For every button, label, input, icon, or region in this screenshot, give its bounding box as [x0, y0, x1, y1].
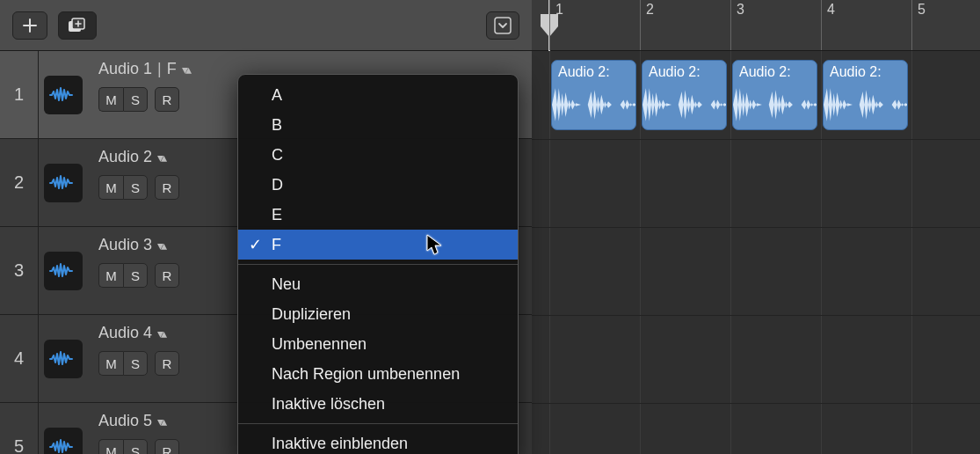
record-enable-button[interactable]: R	[155, 351, 179, 376]
solo-button[interactable]: S	[123, 175, 148, 200]
region-label: Audio 2:	[733, 61, 817, 80]
mute-button[interactable]: M	[98, 87, 123, 112]
duplicate-icon	[68, 18, 87, 33]
track-number: 1	[0, 51, 39, 138]
menu-item-action[interactable]: Neu	[238, 269, 518, 299]
toolbar	[0, 0, 532, 51]
region-label: Audio 2:	[552, 61, 635, 80]
menu-item-alternative[interactable]: B	[238, 110, 518, 140]
arrange-area[interactable]: Audio 2:Audio 2:Audio 2:Audio 2:	[532, 51, 980, 454]
view-dropdown-button[interactable]	[486, 11, 519, 40]
track-icon[interactable]	[39, 403, 88, 454]
record-enable-button[interactable]: R	[155, 439, 179, 454]
menu-item-footer[interactable]: Inaktive einblenden	[238, 428, 518, 454]
record-enable-button[interactable]: R	[155, 87, 179, 112]
track-alternative-selector-icon[interactable]: ▾▴	[157, 326, 164, 340]
region-label: Audio 2:	[824, 61, 907, 80]
track-icon[interactable]	[39, 227, 88, 314]
track-name[interactable]: Audio 2	[98, 148, 152, 166]
track-alternative-selector-icon[interactable]: ▾▴	[182, 62, 189, 77]
audio-region[interactable]: Audio 2:	[823, 60, 908, 130]
track-number: 3	[0, 227, 39, 314]
ruler-tick: 5	[911, 0, 926, 50]
track-icon[interactable]	[39, 139, 88, 226]
menu-item-alternative[interactable]: C	[238, 140, 518, 170]
track-icon[interactable]	[39, 315, 88, 402]
menu-item-alternative[interactable]: D	[238, 170, 518, 200]
solo-button[interactable]: S	[123, 351, 148, 376]
duplicate-track-button[interactable]	[58, 11, 97, 40]
menu-item-action[interactable]: Umbenennen	[238, 329, 518, 359]
record-enable-button[interactable]: R	[155, 175, 179, 200]
region-label: Audio 2:	[642, 61, 726, 80]
solo-button[interactable]: S	[123, 87, 148, 112]
check-icon: ✓	[249, 233, 262, 256]
track-name[interactable]: Audio 4	[98, 324, 152, 342]
mute-button[interactable]: M	[98, 439, 123, 454]
audio-region[interactable]: Audio 2:	[732, 60, 817, 130]
cursor-icon	[426, 234, 444, 257]
ruler-tick: 4	[821, 0, 835, 50]
track-number: 4	[0, 315, 39, 402]
solo-button[interactable]: S	[123, 263, 148, 288]
mute-button[interactable]: M	[98, 351, 123, 376]
ruler-tick: 2	[640, 0, 654, 50]
track-name[interactable]: Audio 3	[98, 236, 152, 254]
plus-icon	[22, 18, 38, 33]
track-alternative-label[interactable]: F	[167, 60, 177, 78]
track-alternative-selector-icon[interactable]: ▾▴	[157, 238, 164, 253]
menu-item-action[interactable]: Duplizieren	[238, 299, 518, 329]
svg-rect-2	[495, 18, 511, 33]
track-name[interactable]: Audio 1	[98, 60, 152, 78]
track-alternatives-menu: ABCDE✓FNeuDuplizierenUmbenennenNach Regi…	[237, 74, 519, 454]
mute-button[interactable]: M	[98, 175, 123, 200]
ruler-tick: 1	[549, 0, 563, 50]
track-alternative-selector-icon[interactable]: ▾▴	[157, 414, 164, 428]
audio-region[interactable]: Audio 2:	[642, 60, 727, 130]
track-number: 2	[0, 139, 39, 226]
mute-button[interactable]: M	[98, 263, 123, 288]
record-enable-button[interactable]: R	[155, 263, 179, 288]
chevron-down-boxed-icon	[494, 17, 512, 34]
menu-item-action[interactable]: Inaktive löschen	[238, 389, 518, 419]
menu-item-alternative[interactable]: A	[238, 80, 518, 110]
track-alternative-selector-icon[interactable]: ▾▴	[157, 150, 164, 165]
solo-button[interactable]: S	[123, 439, 148, 454]
track-name[interactable]: Audio 5	[98, 412, 152, 430]
add-track-button[interactable]	[12, 11, 47, 40]
track-number: 5	[0, 403, 39, 454]
menu-item-alternative[interactable]: ✓F	[238, 230, 518, 260]
timeline-ruler[interactable]: 12345	[532, 0, 980, 51]
track-icon[interactable]	[39, 51, 88, 138]
ruler-tick: 3	[730, 0, 744, 50]
menu-item-action[interactable]: Nach Region umbenennen	[238, 359, 518, 389]
audio-region[interactable]: Audio 2:	[551, 60, 636, 130]
menu-item-alternative[interactable]: E	[238, 200, 518, 230]
